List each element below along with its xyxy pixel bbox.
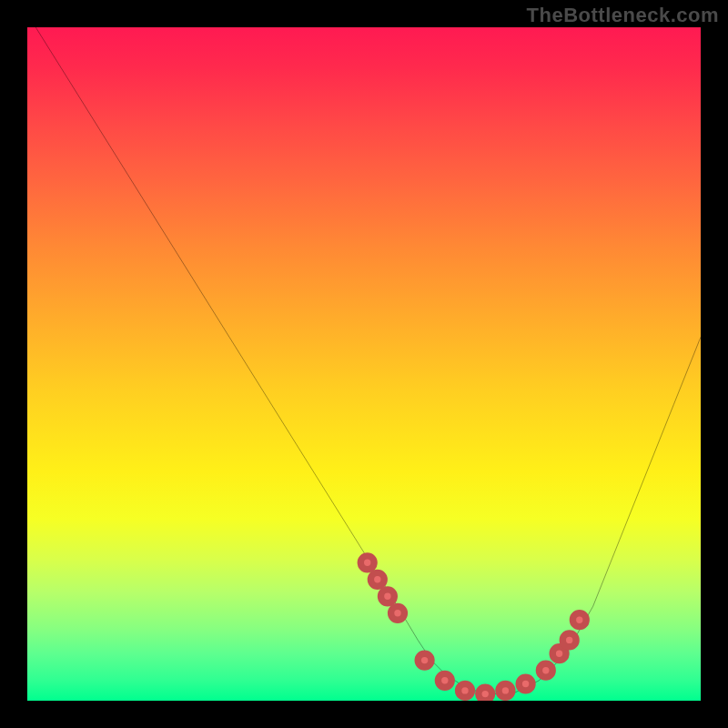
highlight-dot bbox=[370, 572, 384, 586]
highlight-dot bbox=[391, 606, 405, 620]
chart-svg bbox=[27, 27, 701, 701]
highlight-dot bbox=[552, 647, 566, 661]
watermark-text: TheBottleneck.com bbox=[527, 4, 719, 27]
highlight-dots-group bbox=[360, 556, 586, 701]
bottleneck-curve bbox=[27, 27, 701, 694]
highlight-dot bbox=[459, 684, 472, 698]
highlight-dot bbox=[479, 687, 492, 701]
plot-area bbox=[27, 27, 701, 701]
highlight-dot bbox=[418, 653, 431, 667]
highlight-dot bbox=[499, 684, 512, 698]
highlight-dot bbox=[381, 590, 395, 603]
highlight-dot bbox=[438, 673, 451, 687]
highlight-dot bbox=[519, 677, 532, 691]
highlight-dot bbox=[360, 556, 374, 570]
chart-frame: TheBottleneck.com bbox=[0, 0, 728, 728]
highlight-dot bbox=[539, 663, 552, 677]
highlight-dot bbox=[562, 633, 576, 647]
highlight-dot bbox=[572, 613, 586, 627]
